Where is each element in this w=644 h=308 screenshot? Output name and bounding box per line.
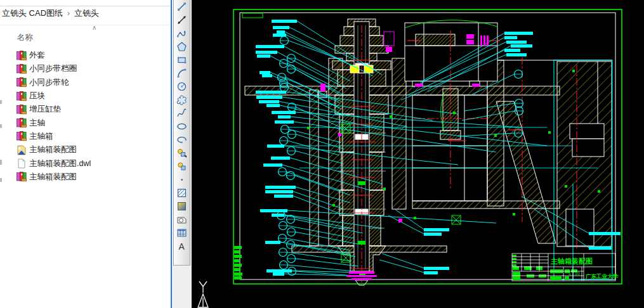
file-name: 压块 — [29, 91, 45, 101]
dwg-file-icon — [16, 145, 27, 155]
file-row[interactable]: 主轴箱装配图 — [0, 170, 171, 184]
organization-name: 广东工业大学 — [585, 273, 619, 279]
file-name: 小同步带轮 — [29, 77, 69, 88]
winrar-archive-icon — [16, 172, 27, 182]
draw-toolbar: A — [173, 0, 190, 266]
file-name: 主轴箱装配图 — [29, 172, 77, 183]
divider — [0, 6, 171, 6]
divider — [0, 25, 171, 25]
file-name: 主轴 — [29, 118, 45, 129]
breadcrumb-folder-current[interactable]: 立铣头 — [74, 8, 99, 18]
winrar-archive-icon — [16, 91, 27, 101]
file-row[interactable]: 小同步带档圈 — [0, 62, 171, 75]
assembly-drawing: 主轴箱装配图 1 10 广东工业大学 — [192, 0, 644, 308]
winrar-archive-icon — [16, 118, 27, 128]
make-block-tool-button[interactable] — [174, 160, 190, 173]
file-name: 小同步带档圈 — [29, 63, 77, 74]
breadcrumb-folder-parent[interactable]: 立铣头 CAD图纸 — [2, 8, 63, 18]
region-tool-button[interactable] — [174, 213, 190, 226]
insert-block-tool-button[interactable] — [174, 146, 190, 160]
svg-text:A: A — [179, 241, 185, 252]
sheet-number: 1 — [568, 271, 571, 276]
chevron-right-icon: › — [67, 9, 70, 18]
column-header-name[interactable]: 名称 — [17, 32, 33, 43]
winrar-archive-icon — [16, 51, 27, 61]
construction-line-tool-button[interactable] — [174, 13, 190, 27]
rectangle-tool-button[interactable] — [174, 53, 190, 67]
dwl-file-icon — [16, 158, 27, 169]
bom-strip — [234, 246, 242, 279]
file-row[interactable]: 主轴箱装配图 — [0, 143, 171, 157]
polyline-tool-button[interactable] — [174, 27, 190, 40]
file-list: 外套 小同步带档圈 小同步带轮 压块 增压缸垫 主轴 主轴箱 主轴箱装配图 — [0, 49, 171, 184]
file-row[interactable]: 主轴箱装配图.dwl — [0, 157, 171, 170]
spline-tool-button[interactable] — [174, 106, 190, 120]
ellipse-arc-tool-button[interactable] — [174, 133, 190, 146]
file-name: 主轴箱 — [29, 131, 53, 142]
winrar-archive-icon — [16, 105, 27, 115]
file-row[interactable]: 主轴箱 — [0, 130, 171, 143]
breadcrumb: 立铣头 CAD图纸›立铣头 — [2, 8, 99, 19]
winrar-archive-icon — [16, 77, 27, 87]
file-row[interactable]: 增压缸垫 — [0, 103, 171, 116]
sheet-total: 10 — [575, 271, 580, 276]
winrar-archive-icon — [16, 64, 27, 74]
hatch-tool-button[interactable] — [174, 186, 190, 200]
file-name: 外套 — [29, 50, 45, 61]
gradient-tool-button[interactable] — [174, 200, 190, 213]
file-name: 增压缸垫 — [29, 104, 61, 115]
pulley-outline — [384, 32, 394, 46]
table-tool-button[interactable] — [174, 226, 190, 240]
winrar-archive-icon — [16, 131, 27, 141]
file-name: 主轴箱装配图 — [29, 144, 77, 155]
file-explorer-panel: 立铣头 CAD图纸›立铣头 名称 ∧ 外套 小同步带档圈 小同步带轮 压块 增压… — [0, 0, 171, 308]
point-tool-button[interactable] — [174, 173, 190, 186]
line-tool-button[interactable] — [174, 0, 190, 13]
arc-tool-button[interactable] — [174, 67, 190, 80]
file-row[interactable]: 主轴 — [0, 116, 171, 129]
file-row[interactable]: 外套 — [0, 49, 171, 62]
ucs-icon — [198, 281, 208, 307]
ellipse-tool-button[interactable] — [174, 120, 190, 133]
multiline-text-tool-button[interactable]: A — [174, 240, 190, 253]
polygon-tool-button[interactable] — [174, 40, 190, 53]
drawing-title: 主轴箱装配图 — [551, 257, 593, 265]
file-name: 主轴箱装配图.dwl — [29, 158, 91, 169]
file-row[interactable]: 压块 — [0, 89, 171, 103]
file-row[interactable]: 小同步带轮 — [0, 76, 171, 89]
circle-tool-button[interactable] — [174, 80, 190, 93]
cad-drawing-viewport[interactable]: 主轴箱装配图 1 10 广东工业大学 — [192, 0, 644, 308]
revision-cloud-tool-button[interactable] — [174, 93, 190, 106]
sort-ascending-icon[interactable]: ∧ — [92, 24, 96, 31]
